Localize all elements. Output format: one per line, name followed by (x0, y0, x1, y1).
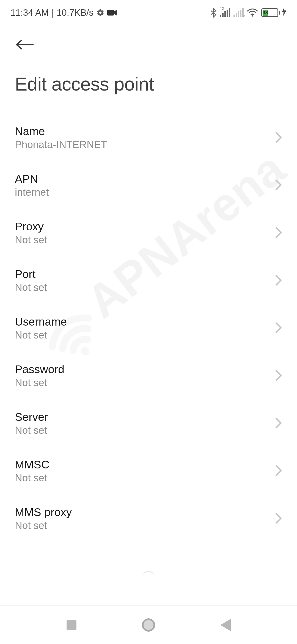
setting-value: Phonata-INTERNET (15, 139, 107, 151)
setting-label: Port (15, 268, 47, 281)
setting-label: MMS proxy (15, 506, 72, 519)
setting-item-proxy[interactable]: Proxy Not set (15, 209, 282, 257)
more-icon (141, 571, 156, 586)
setting-item-mms-proxy[interactable]: MMS proxy Not set (15, 495, 282, 542)
setting-item-mmsc[interactable]: MMSC Not set (15, 447, 282, 495)
setting-label: Password (15, 363, 64, 376)
setting-value: Not set (15, 377, 64, 389)
signal-sim1-icon: 4G (220, 9, 230, 17)
setting-label: Name (15, 125, 107, 138)
wifi-icon (247, 8, 258, 17)
setting-value: Not set (15, 329, 67, 341)
navigation-bar (0, 605, 297, 644)
setting-value: internet (15, 187, 49, 198)
chevron-right-icon (275, 512, 282, 525)
signal-sim2-icon: ✕ (233, 9, 244, 17)
setting-value: Not set (15, 282, 47, 293)
setting-item-password[interactable]: Password Not set (15, 352, 282, 400)
chevron-right-icon (275, 274, 282, 287)
chevron-right-icon (275, 227, 282, 239)
more-label: More (139, 589, 158, 599)
chevron-right-icon (275, 465, 282, 477)
status-net-speed: 10.7KB/s (57, 7, 94, 18)
status-bar: 11:34 AM | 10.7KB/s 4G ✕ (0, 0, 297, 23)
setting-value: Not set (15, 472, 49, 484)
setting-label: MMSC (15, 458, 49, 471)
setting-item-username[interactable]: Username Not set (15, 304, 282, 352)
setting-label: Username (15, 315, 67, 328)
nav-recents-button[interactable] (62, 615, 81, 635)
chevron-right-icon (275, 370, 282, 382)
chevron-right-icon (275, 179, 282, 192)
page-title: Edit access point (15, 73, 282, 95)
nav-back-button[interactable] (216, 615, 235, 635)
battery-icon: 38 (261, 8, 287, 18)
setting-label: Proxy (15, 220, 47, 233)
status-left: 11:34 AM | 10.7KB/s (10, 7, 117, 18)
more-button[interactable]: More (0, 566, 297, 599)
charging-icon (282, 8, 287, 18)
setting-value: Not set (15, 520, 72, 531)
setting-item-name[interactable]: Name Phonata-INTERNET (15, 114, 282, 162)
circle-icon (142, 618, 155, 632)
setting-value: Not set (15, 425, 48, 436)
setting-label: APN (15, 173, 49, 185)
back-button[interactable] (15, 34, 37, 56)
chevron-right-icon (275, 417, 282, 430)
status-time: 11:34 AM (10, 7, 49, 18)
setting-item-port[interactable]: Port Not set (15, 257, 282, 304)
chevron-right-icon (275, 132, 282, 144)
bluetooth-icon (210, 8, 217, 18)
setting-item-server[interactable]: Server Not set (15, 400, 282, 447)
square-icon (67, 620, 76, 630)
svg-rect-1 (107, 10, 114, 16)
triangle-left-icon (220, 619, 231, 631)
network-type-label: 4G (219, 6, 225, 11)
status-right: 4G ✕ 38 (210, 8, 287, 18)
chevron-right-icon (275, 322, 282, 335)
setting-label: Server (15, 411, 48, 424)
setting-value: Not set (15, 234, 47, 246)
setting-item-apn[interactable]: APN internet (15, 162, 282, 209)
settings-list: Name Phonata-INTERNET APN internet Proxy… (0, 95, 297, 542)
camera-icon (107, 9, 117, 16)
arrow-left-icon (15, 38, 35, 51)
nav-home-button[interactable] (139, 615, 158, 635)
gear-icon (96, 9, 105, 17)
